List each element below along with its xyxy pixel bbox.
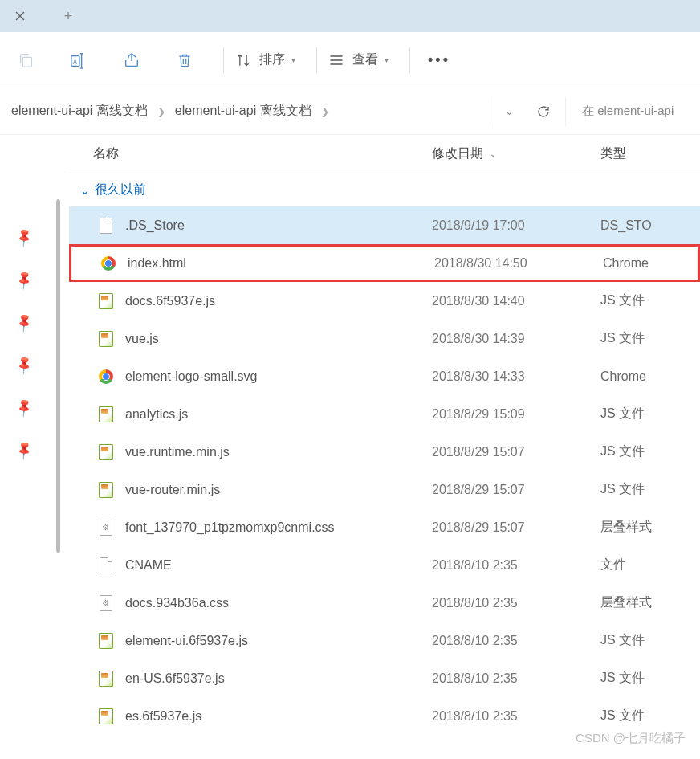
tab-bar: +: [0, 0, 700, 32]
file-row[interactable]: font_137970_p1tpzmomxp9cnmi.css 2018/8/2…: [69, 508, 700, 546]
file-name: vue-router.min.js: [125, 483, 220, 497]
js-file-icon: [99, 293, 113, 309]
chevron-down-icon: ▾: [291, 55, 295, 64]
scroll-thumb[interactable]: [56, 199, 60, 553]
file-date: 2018/8/30 14:33: [432, 369, 600, 384]
file-row[interactable]: vue.js 2018/8/30 14:39 JS 文件: [69, 320, 700, 357]
column-headers: 名称 修改日期⌄ 类型: [69, 135, 700, 173]
search-input[interactable]: 在 element-ui-api: [565, 97, 694, 126]
file-name: element-logo-small.svg: [125, 369, 258, 384]
file-date: 2018/8/10 2:35: [432, 709, 600, 724]
file-row[interactable]: analytics.js 2018/8/29 15:09 JS 文件: [69, 395, 700, 433]
pin-icon[interactable]: 📌: [13, 397, 35, 418]
chevron-down-icon: ▾: [385, 55, 389, 64]
share-icon[interactable]: [114, 43, 149, 78]
file-row[interactable]: docs.934b36a.css 2018/8/10 2:35 层叠样式: [69, 584, 700, 622]
refresh-button[interactable]: [536, 104, 551, 119]
pin-icon[interactable]: 📌: [13, 354, 35, 376]
file-type: JS 文件: [600, 481, 700, 498]
file-name: element-ui.6f5937e.js: [125, 634, 248, 648]
column-header-name[interactable]: 名称: [69, 145, 432, 162]
file-type: 文件: [600, 557, 700, 573]
copy-icon[interactable]: [8, 43, 43, 78]
file-name: docs.934b36a.css: [125, 596, 229, 610]
js-file-icon: [99, 633, 113, 649]
file-type: JS 文件: [600, 670, 700, 687]
file-name: analytics.js: [125, 407, 188, 422]
file-name: docs.6f5937e.js: [125, 294, 215, 308]
file-date: 2018/8/10 2:35: [432, 596, 600, 610]
pin-icon[interactable]: 📌: [13, 312, 35, 333]
sort-button[interactable]: 排序 ▾: [235, 51, 295, 68]
file-list-pane: 名称 修改日期⌄ 类型 ⌄ 很久以前 .DS_Store 2018/9/19 1…: [69, 135, 700, 759]
file-type: JS 文件: [600, 708, 700, 724]
file-date: 2018/8/30 14:40: [432, 294, 600, 308]
settings-file-icon: [100, 520, 112, 536]
file-row[interactable]: vue.runtime.min.js 2018/8/29 15:07 JS 文件: [69, 433, 700, 471]
view-button[interactable]: 查看 ▾: [328, 51, 389, 68]
file-type: Chrome: [603, 256, 698, 271]
js-file-icon: [99, 331, 113, 347]
scrollbar[interactable]: [48, 135, 69, 759]
file-date: 2018/8/29 15:07: [432, 483, 600, 497]
file-type: JS 文件: [600, 443, 700, 460]
js-file-icon: [99, 482, 113, 498]
pin-icon[interactable]: 📌: [13, 269, 35, 291]
file-name: es.6f5937e.js: [125, 709, 201, 724]
pin-icon[interactable]: 📌: [13, 439, 35, 461]
breadcrumb[interactable]: element-ui-api 离线文档 ❯ element-ui-api 离线文…: [6, 103, 490, 120]
breadcrumb-bar: element-ui-api 离线文档 ❯ element-ui-api 离线文…: [0, 88, 700, 135]
file-row[interactable]: index.html 2018/8/30 14:50 Chrome: [69, 244, 700, 282]
file-type: 层叠样式: [600, 519, 700, 536]
column-header-date[interactable]: 修改日期⌄: [432, 145, 600, 162]
file-type: JS 文件: [600, 292, 700, 309]
file-date: 2018/8/29 15:07: [432, 445, 600, 459]
breadcrumb-item[interactable]: element-ui-api 离线文档: [170, 103, 316, 120]
file-date: 2018/8/29 15:09: [432, 407, 600, 422]
rename-icon[interactable]: A: [61, 43, 96, 78]
svg-text:A: A: [73, 58, 78, 65]
file-name: vue.js: [125, 332, 159, 346]
file-row[interactable]: .DS_Store 2018/9/19 17:00 DS_STO: [69, 206, 700, 244]
file-row[interactable]: element-logo-small.svg 2018/8/30 14:33 C…: [69, 357, 700, 395]
new-tab-button[interactable]: +: [56, 4, 80, 28]
generic-file-icon: [100, 557, 112, 573]
js-file-icon: [99, 708, 113, 724]
file-row[interactable]: en-US.6f5937e.js 2018/8/10 2:35 JS 文件: [69, 659, 700, 697]
toolbar-divider: [316, 47, 317, 73]
toolbar: A 排序 ▾ 查看 ▾ •••: [0, 32, 700, 88]
file-name: CNAME: [125, 558, 172, 573]
chevron-right-icon: ❯: [316, 106, 334, 117]
group-header[interactable]: ⌄ 很久以前: [69, 173, 700, 206]
breadcrumb-item[interactable]: element-ui-api 离线文档: [6, 103, 153, 120]
toolbar-divider: [223, 47, 224, 73]
file-date: 2018/8/10 2:35: [432, 634, 600, 648]
chevron-right-icon: ❯: [153, 106, 170, 117]
file-date: 2018/8/10 2:35: [432, 558, 600, 573]
toolbar-divider: [409, 47, 410, 73]
js-file-icon: [99, 671, 113, 687]
file-name: en-US.6f5937e.js: [125, 671, 225, 686]
file-type: JS 文件: [600, 330, 700, 347]
file-row[interactable]: vue-router.min.js 2018/8/29 15:07 JS 文件: [69, 471, 700, 508]
file-date: 2018/9/19 17:00: [432, 218, 600, 233]
file-date: 2018/8/10 2:35: [432, 671, 600, 686]
dropdown-chevron-icon[interactable]: ⌄: [505, 105, 514, 117]
file-row[interactable]: element-ui.6f5937e.js 2018/8/10 2:35 JS …: [69, 622, 700, 659]
file-date: 2018/8/30 14:50: [434, 256, 603, 271]
more-button[interactable]: •••: [421, 43, 457, 78]
file-row[interactable]: docs.6f5937e.js 2018/8/30 14:40 JS 文件: [69, 282, 700, 320]
close-tab-button[interactable]: [8, 4, 32, 28]
file-type: Chrome: [600, 369, 700, 384]
file-row[interactable]: es.6f5937e.js 2018/8/10 2:35 JS 文件: [69, 697, 700, 735]
sort-icon: [235, 52, 251, 68]
file-type: JS 文件: [600, 406, 700, 422]
delete-icon[interactable]: [167, 43, 202, 78]
file-type: 层叠样式: [600, 594, 700, 611]
column-header-type[interactable]: 类型: [600, 145, 700, 162]
sort-desc-icon: ⌄: [490, 149, 496, 158]
ellipsis-icon: •••: [428, 51, 450, 68]
file-row[interactable]: CNAME 2018/8/10 2:35 文件: [69, 546, 700, 584]
file-date: 2018/8/29 15:07: [432, 520, 600, 535]
pin-icon[interactable]: 📌: [13, 226, 35, 248]
